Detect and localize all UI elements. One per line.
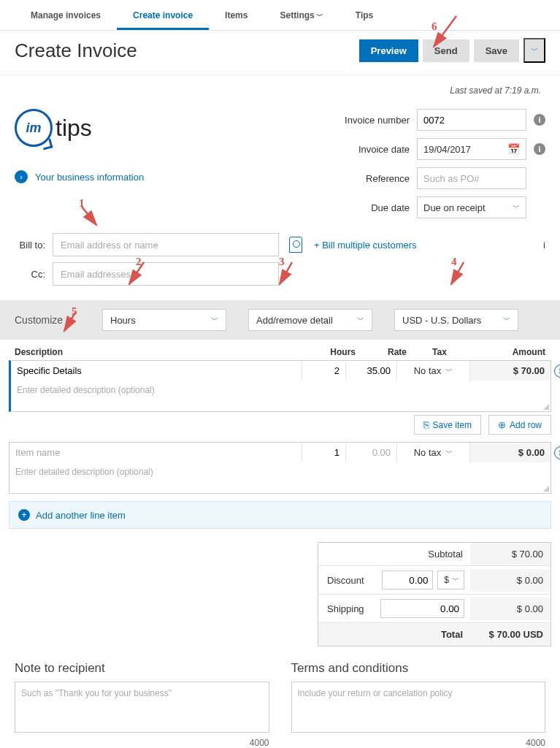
business-info-label: Your business information (35, 172, 144, 183)
discount-unit-value: $ (444, 575, 449, 585)
invoice-fields: Invoice number i Invoice date 19/04/2017… (297, 102, 545, 218)
bill-to-section: Bill to: + Bill multiple customers i Cc: (0, 233, 560, 300)
chevron-down-icon: ﹀ (503, 315, 510, 325)
discount-input[interactable] (382, 570, 433, 589)
plus-icon: ⊕ (498, 419, 506, 430)
shipping-label: Shipping (318, 598, 375, 620)
add-row-button[interactable]: ⊕Add row (488, 415, 551, 435)
delete-row-button[interactable]: ✕ (554, 446, 560, 459)
detail-select[interactable]: Add/remove detail﹀ (248, 309, 372, 331)
item-name-input[interactable] (17, 365, 296, 376)
item-tax-select[interactable]: No tax﹀ (397, 443, 470, 462)
delete-row-button[interactable]: ✕ (554, 365, 560, 378)
cc-label: Cc: (15, 269, 45, 280)
line-item-row: No tax﹀ $ 0.00 ✕ (0, 442, 560, 494)
chevron-down-icon: ﹀ (513, 202, 520, 213)
invoice-date-value: 19/04/2017 (423, 144, 471, 155)
calendar-icon: 📅 (507, 143, 520, 155)
currency-select[interactable]: USD - U.S. Dollars﹀ (394, 309, 518, 331)
invoice-date-label: Invoice date (297, 144, 410, 155)
subtotal-label: Subtotal (318, 543, 470, 565)
item-tax-value: No tax (414, 447, 442, 458)
business-logo: im tips (15, 109, 144, 147)
note-title: Note to recipient (15, 661, 269, 676)
col-tax: Tax (407, 347, 472, 357)
save-button[interactable]: Save (474, 39, 519, 62)
bill-to-label: Bill to: (15, 240, 45, 251)
tab-tips[interactable]: Tips (340, 0, 389, 30)
logo-badge: im (15, 109, 53, 147)
due-date-value: Due on receipt (423, 202, 486, 213)
customize-bar: Customize Hours﹀ Add/remove detail﹀ USD … (0, 300, 560, 340)
item-detail-input[interactable] (17, 385, 545, 395)
last-saved-label: Last saved at 7:19 a.m. (0, 75, 560, 96)
bill-to-input[interactable] (53, 233, 279, 256)
notes-section: Note to recipient 4000 Terms and conditi… (0, 661, 560, 748)
tab-manage-invoices[interactable]: Manage invoices (15, 0, 117, 30)
item-rate-input[interactable] (352, 365, 391, 376)
total-label: Total (318, 623, 470, 646)
tab-create-invoice[interactable]: Create invoice (117, 0, 209, 30)
col-description: Description (15, 347, 312, 357)
save-item-button[interactable]: ⎘Save item (414, 415, 481, 435)
terms-title: Terms and conditions (291, 661, 546, 676)
shipping-input[interactable] (380, 599, 464, 618)
item-hours-input[interactable] (308, 447, 340, 458)
cc-input[interactable] (53, 262, 279, 286)
chevron-down-icon: ﹀ (445, 448, 453, 458)
invoice-number-input[interactable] (417, 109, 526, 131)
save-dropdown-button[interactable]: ﹀ (523, 38, 545, 63)
reference-input[interactable] (417, 167, 526, 189)
tab-bar: Manage invoices Create invoice Items Set… (0, 0, 560, 31)
add-line-label: Add another line item (36, 510, 126, 521)
business-info-link[interactable]: › Your business information (15, 170, 144, 183)
send-button[interactable]: Send (423, 39, 469, 62)
chevron-down-icon: ﹀ (211, 315, 218, 325)
terms-textarea[interactable] (291, 682, 546, 733)
contact-icon[interactable] (289, 237, 302, 253)
invoice-date-input[interactable]: 19/04/2017📅 (417, 138, 526, 160)
chevron-right-icon: › (15, 170, 28, 183)
note-textarea[interactable] (15, 682, 269, 733)
info-icon[interactable]: i (534, 114, 545, 126)
discount-amount: $ 0.00 (470, 569, 551, 592)
item-amount: $ 70.00 (470, 361, 551, 381)
plus-icon: + (18, 509, 30, 521)
totals-section: Subtotal $ 70.00 Discount $﹀ $ 0.00 Ship… (9, 542, 551, 646)
row-actions: ⎘Save item ⊕Add row (0, 412, 560, 442)
item-tax-select[interactable]: No tax﹀ (397, 361, 470, 381)
item-hours-input[interactable] (308, 365, 340, 376)
logo-text: tips (55, 115, 92, 142)
total-value: $ 70.00 USD (470, 623, 551, 646)
invoice-info-section: im tips › Your business information Invo… (0, 96, 560, 233)
due-date-label: Due date (297, 202, 410, 213)
invoice-number-label: Invoice number (297, 115, 410, 126)
quantity-type-value: Hours (110, 315, 136, 326)
item-detail-input[interactable] (15, 467, 545, 477)
line-item-header: Description Hours Rate Tax Amount (0, 340, 560, 360)
info-icon[interactable]: i (543, 240, 545, 251)
chevron-down-icon: ﹀ (357, 315, 364, 325)
due-date-select[interactable]: Due on receipt﹀ (417, 196, 526, 218)
add-line-item-button[interactable]: + Add another line item (9, 501, 551, 529)
chevron-down-icon: ﹀ (316, 12, 323, 20)
item-amount: $ 0.00 (470, 443, 551, 462)
preview-button[interactable]: Preview (359, 39, 418, 62)
item-rate-input[interactable] (352, 447, 391, 458)
item-tax-value: No tax (414, 365, 442, 376)
reference-label: Reference (297, 173, 410, 184)
discount-unit-select[interactable]: $﹀ (437, 570, 464, 589)
info-icon[interactable]: i (534, 143, 545, 155)
item-name-input[interactable] (15, 447, 296, 458)
note-char-count: 4000 (15, 735, 269, 748)
col-hours: Hours (312, 347, 356, 357)
tab-settings[interactable]: Settings﹀ (264, 0, 339, 30)
bill-multiple-link[interactable]: + Bill multiple customers (314, 240, 417, 251)
tab-items[interactable]: Items (209, 0, 264, 30)
terms-char-count: 4000 (291, 735, 546, 748)
quantity-type-select[interactable]: Hours﹀ (102, 309, 226, 331)
chevron-down-icon: ﹀ (452, 575, 459, 585)
add-row-label: Add row (510, 420, 542, 430)
header-actions: Preview Send Save ﹀ (359, 38, 545, 63)
detail-select-value: Add/remove detail (256, 315, 333, 326)
